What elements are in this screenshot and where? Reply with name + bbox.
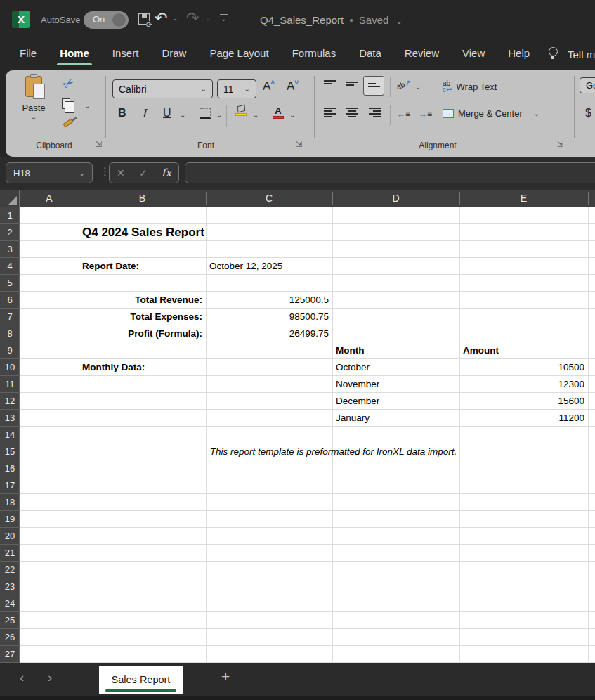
menu-item-home[interactable]: Home (60, 47, 89, 59)
row-header-19[interactable]: 19 (0, 511, 20, 528)
orientation-button[interactable]: ab↗ (395, 78, 412, 92)
bottom-align-button[interactable] (368, 80, 380, 91)
row-header-22[interactable]: 22 (0, 562, 20, 578)
document-title[interactable]: Q4_Sales_Report • Saved ⌄ (260, 14, 403, 26)
row-header-4[interactable]: 4 (0, 258, 20, 275)
cell-E10[interactable]: 10500 (463, 359, 584, 376)
row-header-16[interactable]: 16 (0, 460, 20, 477)
cells-area[interactable] (20, 207, 595, 663)
cell-E13[interactable]: 11200 (463, 410, 584, 427)
borders-caret-icon[interactable]: ⌄ (216, 111, 222, 119)
align-left-button[interactable] (324, 108, 336, 117)
increase-font-button[interactable]: A˄ (263, 79, 275, 93)
accounting-format-button[interactable]: $ (585, 107, 591, 119)
row-header-6[interactable]: 6 (0, 292, 20, 309)
row-header-5[interactable]: 5 (0, 275, 20, 292)
bold-button[interactable]: B (118, 107, 126, 119)
align-right-button[interactable] (369, 108, 381, 117)
row-header-9[interactable]: 9 (0, 342, 20, 359)
col-header-D[interactable]: D (332, 190, 459, 207)
row-header-26[interactable]: 26 (0, 629, 20, 646)
cell-E11[interactable]: 12300 (463, 376, 584, 393)
decrease-indent-button[interactable]: ←≡ (397, 109, 410, 119)
underline-caret-icon[interactable]: ⌄ (180, 111, 185, 119)
row-header-12[interactable]: 12 (0, 393, 20, 410)
menu-item-draw[interactable]: Draw (162, 47, 186, 59)
increase-indent-button[interactable]: →≡ (419, 109, 432, 119)
col-header-E[interactable]: E (459, 190, 588, 207)
fill-color-caret-icon[interactable]: ⌄ (253, 111, 259, 119)
wrap-text-button[interactable]: abc↩ Wrap Text (443, 80, 497, 93)
select-all-corner[interactable] (0, 190, 20, 207)
merge-center-button[interactable]: ↔ Merge & Center ⌄ (443, 108, 540, 119)
undo-caret-icon[interactable]: ⌄ (172, 14, 178, 22)
font-size-select[interactable]: 11 ⌄ (217, 79, 256, 98)
menu-item-view[interactable]: View (462, 47, 485, 59)
cell-B15[interactable]: This report template is preformatted for… (82, 443, 584, 460)
decrease-font-button[interactable]: A˅ (287, 79, 299, 93)
middle-align-button[interactable] (346, 79, 358, 89)
row-header-7[interactable]: 7 (0, 309, 20, 325)
row-header-18[interactable]: 18 (0, 494, 20, 511)
borders-button[interactable] (200, 108, 211, 119)
menu-item-page-layout[interactable]: Page Layout (209, 47, 268, 59)
menu-item-help[interactable]: Help (508, 47, 530, 59)
row-header-11[interactable]: 11 (0, 376, 20, 393)
cell-C4[interactable]: October 12, 2025 (209, 258, 329, 275)
row-header-strip[interactable]: 1234567891011121314151617181920212223242… (0, 207, 20, 663)
cell-C8[interactable]: 26499.75 (209, 325, 329, 342)
cell-B8[interactable]: Profit (Formula): (82, 325, 202, 342)
cell-D10[interactable]: October (336, 359, 456, 376)
paste-button[interactable]: Paste ⌄ (14, 74, 53, 138)
cell-D13[interactable]: January (336, 410, 456, 427)
row-header-23[interactable]: 23 (0, 578, 20, 595)
cell-D12[interactable]: December (336, 393, 456, 410)
row-header-27[interactable]: 27 (0, 646, 20, 663)
sheet-tab-sales-report[interactable]: Sales Report (99, 666, 183, 694)
row-header-24[interactable]: 24 (0, 595, 20, 612)
menu-item-insert[interactable]: Insert (112, 47, 139, 59)
top-align-button[interactable] (324, 79, 336, 89)
col-header-C[interactable]: C (206, 190, 332, 207)
cell-B6[interactable]: Total Revenue: (82, 292, 202, 309)
menu-item-formulas[interactable]: Formulas (292, 47, 336, 59)
orientation-caret-icon[interactable]: ⌄ (415, 83, 421, 91)
row-header-8[interactable]: 8 (0, 325, 20, 342)
prev-sheet-button[interactable]: ‹ (20, 670, 24, 685)
quick-access-customize-icon[interactable]: ⌄ (219, 12, 228, 22)
cell-C7[interactable]: 98500.75 (209, 309, 329, 325)
menu-item-file[interactable]: File (20, 47, 37, 59)
col-header-A[interactable]: A (20, 190, 79, 207)
save-icon[interactable] (138, 13, 150, 25)
font-color-caret-icon[interactable]: ⌄ (289, 111, 295, 119)
row-header-2[interactable]: 2 (0, 224, 20, 241)
row-header-15[interactable]: 15 (0, 443, 20, 460)
font-dialog-launcher[interactable]: ⇲ (296, 140, 302, 149)
row-header-13[interactable]: 13 (0, 410, 20, 427)
cell-D9[interactable]: Month (336, 342, 456, 359)
row-header-17[interactable]: 17 (0, 477, 20, 494)
insert-function-icon[interactable]: fx (162, 167, 171, 179)
format-painter-button[interactable] (63, 119, 74, 128)
column-header-strip[interactable]: ABCDE (0, 190, 595, 207)
cell-B7[interactable]: Total Expenses: (82, 309, 202, 325)
font-color-button[interactable]: A (273, 107, 284, 119)
font-name-select[interactable]: Calibri ⌄ (112, 79, 213, 98)
row-header-14[interactable]: 14 (0, 427, 20, 443)
cell-D11[interactable]: November (336, 376, 456, 393)
fill-color-button[interactable] (235, 105, 247, 116)
align-center-button[interactable] (346, 108, 358, 117)
clipboard-dialog-launcher[interactable]: ⇲ (96, 140, 102, 149)
next-sheet-button[interactable]: › (48, 670, 52, 685)
excel-logo-icon[interactable]: X (12, 11, 30, 28)
row-header-21[interactable]: 21 (0, 545, 20, 562)
name-box[interactable]: H18 ⌄ (6, 162, 93, 183)
cut-button[interactable]: ✂ (60, 74, 77, 93)
undo-button[interactable]: ↶ (155, 9, 167, 27)
cell-E9[interactable]: Amount (463, 342, 584, 359)
italic-button[interactable]: I (142, 107, 146, 120)
copy-caret-icon[interactable]: ⌄ (84, 102, 90, 110)
cancel-icon[interactable]: ✕ (117, 167, 125, 179)
cell-C6[interactable]: 125000.5 (209, 292, 329, 309)
autosave-toggle[interactable]: On (84, 11, 129, 29)
